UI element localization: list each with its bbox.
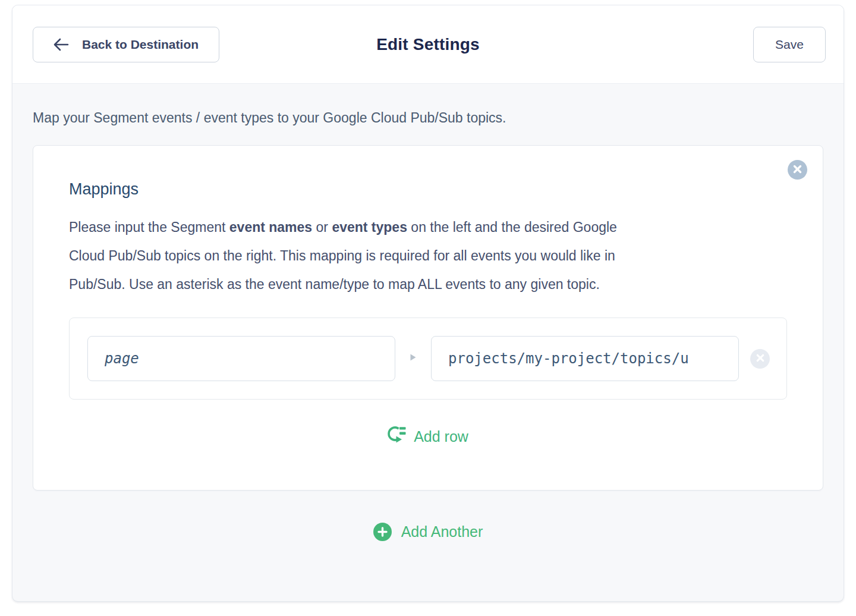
x-circle-icon	[756, 354, 764, 364]
add-another-label: Add Another	[401, 523, 483, 540]
arrow-left-icon	[54, 37, 69, 52]
add-row-label: Add row	[414, 428, 468, 445]
card-close-button[interactable]	[788, 160, 807, 180]
back-to-destination-button[interactable]: Back to Destination	[33, 27, 219, 62]
intro-text: Map your Segment events / event types to…	[33, 110, 823, 126]
mappings-description: Please input the Segment event names or …	[69, 213, 770, 298]
back-button-label: Back to Destination	[82, 37, 199, 52]
settings-panel: Back to Destination Edit Settings Save M…	[12, 5, 844, 602]
save-button[interactable]: Save	[753, 27, 826, 62]
add-another-button[interactable]: Add Another	[373, 523, 483, 541]
mappings-card: Mappings Please input the Segment event …	[33, 145, 823, 491]
triangle-right-icon	[410, 353, 417, 364]
add-row-button[interactable]: Add row	[388, 425, 468, 448]
mapping-row	[69, 318, 787, 400]
page-title: Edit Settings	[376, 35, 480, 54]
plus-circle-icon	[373, 523, 392, 541]
topic-input[interactable]	[431, 336, 739, 381]
x-circle-icon	[793, 165, 802, 175]
event-name-input[interactable]	[87, 336, 395, 381]
row-delete-button[interactable]	[750, 349, 770, 369]
header-bar: Back to Destination Edit Settings Save	[12, 5, 844, 84]
settings-body: Map your Segment events / event types to…	[12, 84, 844, 541]
mappings-heading: Mappings	[69, 180, 787, 199]
insert-row-icon	[388, 425, 407, 448]
